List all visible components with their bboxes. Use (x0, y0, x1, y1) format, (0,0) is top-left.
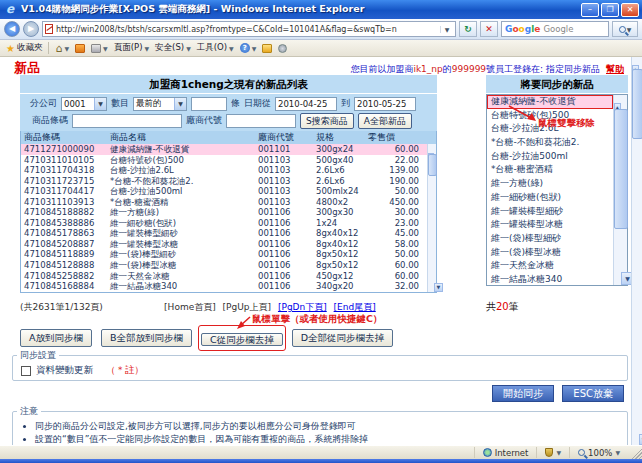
search-input[interactable]: Google Google (501, 21, 609, 37)
cell-spec: 340gx20 (313, 281, 365, 292)
browser-window: e V1.04購物網同步作業[X-POS 雲端商務網] - Windows In… (0, 0, 642, 463)
sync-list-item[interactable]: 台糖-沙拉油500ml (487, 150, 613, 164)
table-row[interactable]: 4710311704318 台糖-沙拉油2.6L 001103 2.6Lx6 1… (21, 165, 427, 176)
cell-barcode: 4710845388886 (21, 218, 107, 229)
url-box[interactable]: http://win2008/ts/btsh/scarsxmltl.asp?fr… (42, 21, 456, 37)
date-to-input[interactable]: 2010-05-25 (354, 97, 416, 111)
forward-button[interactable]: ▶ (23, 21, 39, 37)
stop-button[interactable]: ✕ (480, 21, 498, 37)
feeds-icon[interactable] (75, 44, 85, 53)
cancel-button[interactable]: ESC放棄 (562, 385, 624, 402)
protected-mode-pane[interactable]: ▼ (536, 447, 569, 458)
cell-spec: 450gx12 (313, 271, 365, 282)
cell-name: 維一天然金冰糖 (107, 271, 255, 282)
table-scrollbar[interactable]: ▲ ▼ (427, 144, 436, 292)
sync-list-scrollbar[interactable]: ▲ ▼ (613, 95, 627, 285)
product-table-header: 商品條碼 商品名稱 廠商代號 規格 零售價 (21, 131, 436, 144)
scrollbar-thumb[interactable] (614, 109, 628, 229)
branch-select[interactable]: 0001▼ (61, 97, 107, 111)
resize-grip[interactable] (630, 447, 642, 459)
table-row[interactable]: 4711271000090 健康減納鹽-不收退貨 001101 300gx24 … (21, 144, 427, 155)
close-button[interactable]: ✕ (621, 3, 639, 17)
add-to-sync-button[interactable]: A放到同步欄 (20, 329, 92, 347)
add-all-to-sync-button[interactable]: B全部放到同步欄 (101, 329, 192, 347)
table-row[interactable]: 4710845168884 維一結晶冰糖340 001106 340gx20 3… (21, 281, 427, 292)
barcode-input[interactable] (72, 114, 182, 128)
toolbar-icon-b[interactable] (278, 44, 287, 53)
search-go-button[interactable]: ▼ (612, 21, 638, 37)
search-products-button[interactable]: S搜索商品 (300, 113, 354, 129)
cell-barcode: 4710845178863 (21, 228, 107, 239)
refresh-icon: ↻ (464, 24, 472, 34)
remove-all-from-sync-button[interactable]: D全部從同步欄去掉 (292, 329, 393, 347)
toolbar-icon-a[interactable] (262, 44, 272, 53)
help-link[interactable]: 幫助 (606, 64, 624, 74)
count-select[interactable]: 最前的▼ (133, 97, 187, 111)
refresh-button[interactable]: ↻ (459, 21, 477, 37)
vendor-label: 廠商代號 (186, 114, 222, 127)
back-button[interactable]: ◀ (4, 21, 20, 37)
cell-vendor: 001103 (255, 155, 313, 166)
sync-list-item[interactable]: 維一方糖(綠) (487, 177, 613, 191)
page-scrollbar[interactable]: ▲ ▼ (631, 57, 642, 445)
minimize-button[interactable]: – (581, 3, 599, 17)
table-row[interactable]: 4710845128888 維一(袋)棒型冰糖 001106 8gx50x12 … (21, 260, 427, 271)
sync-list-item[interactable]: 維一結晶冰糖340 (487, 273, 613, 285)
sync-list-item[interactable]: 維一(袋)棒型冰糖 (487, 246, 613, 260)
cell-name: 台糖特號砂(包)500 (107, 155, 255, 166)
help-button[interactable]: ?▼ (240, 43, 257, 53)
sync-list-item[interactable]: 維一罐裝棒型細砂 (487, 205, 613, 219)
table-row[interactable]: 4710845118889 維一(袋)棒型細砂 001106 8gx50x12 … (21, 249, 427, 260)
all-products-button[interactable]: A全部新品 (358, 113, 412, 129)
home-button[interactable]: ⌂▼ (55, 44, 69, 53)
scroll-down-icon[interactable]: ▼ (639, 434, 642, 445)
sync-list-item[interactable]: *台糖-糖蜜酒精 (487, 163, 613, 177)
cell-name: 維一(袋)棒型冰糖 (107, 260, 255, 271)
sync-list-item[interactable]: 維一細砂糖(包狀) (487, 191, 613, 205)
sync-list-item[interactable]: *台糖-不飽和葵花油2. (487, 136, 613, 150)
table-row[interactable]: 4710311723715 *台糖-不飽和葵花油2. 001103 2.6Lx6… (21, 176, 427, 187)
date-from-input[interactable]: 2010-04-25 (275, 97, 337, 111)
scroll-down-icon[interactable]: ▼ (434, 283, 443, 292)
nav-pgup[interactable]: [PgUp上頁] (223, 302, 271, 312)
url-text[interactable]: http://win2008/ts/btsh/scarsxmltl.asp?fr… (56, 25, 437, 34)
print-button[interactable]: ▼ (91, 44, 108, 53)
filter-area: 分公司 0001▼ 數目 最前的▼ 條 日期從 2010-04-25 到 201… (20, 94, 437, 131)
table-row[interactable]: 4710845178863 維一罐裝棒型細砂 001106 8gx40x12 4… (21, 228, 427, 239)
nav-home[interactable]: [Home首頁] (164, 302, 216, 312)
maximize-button[interactable]: ❐ (601, 3, 619, 17)
cell-spec: 1x24 (313, 218, 365, 229)
menu-page[interactable]: 頁面(P)▼ (114, 42, 149, 54)
employee-number: 999999 (452, 64, 486, 74)
table-row[interactable]: 4710845258882 維一天然金冰糖 001106 450gx12 60.… (21, 271, 427, 282)
table-row[interactable]: 4710311103913 *台糖-糖蜜酒精 001103 4800x2 450… (21, 197, 427, 208)
menu-safety[interactable]: 安全(S)▼ (155, 42, 191, 54)
sync-count: 共20筆 (486, 300, 628, 314)
cell-price: 60.00 (365, 144, 427, 155)
table-row[interactable]: 4710311704417 台糖-沙拉油500ml 001103 500mlx2… (21, 186, 427, 197)
data-update-checkbox[interactable] (21, 366, 31, 376)
nav-end-link[interactable]: [End尾頁] (334, 302, 376, 312)
scrollbar-thumb[interactable] (428, 154, 437, 176)
sync-list-item[interactable]: 維一(袋)棒型細砂 (487, 232, 613, 246)
table-row[interactable]: 4710845388886 維一細砂糖(包狀) 001106 1x24 23.0… (21, 218, 427, 229)
nav-pgdn-link[interactable]: [PgDn下頁] (278, 302, 327, 312)
ie-logo-icon: e (3, 3, 17, 17)
scrollbar-thumb[interactable] (632, 69, 642, 139)
cell-barcode: 4710845258882 (21, 271, 107, 282)
favorites-button[interactable]: ★收藏夾 (6, 42, 42, 54)
menu-tools[interactable]: 工具(O)▼ (197, 42, 234, 54)
sync-list-item[interactable]: 維一罐裝棒型冰糖 (487, 218, 613, 232)
start-sync-button[interactable]: 開始同步 (492, 385, 554, 402)
cell-name: 維一結晶冰糖340 (107, 281, 255, 292)
sync-list-item[interactable]: 維一天然金冰糖 (487, 259, 613, 273)
cell-price: 60.00 (365, 260, 427, 271)
table-row[interactable]: 4710845188882 維一方糖(綠) 001106 300gx30 30.… (21, 207, 427, 218)
table-row[interactable]: 4710845208887 維一罐裝棒型冰糖 001106 8gx40x12 5… (21, 239, 427, 250)
table-row[interactable]: 4710311010105 台糖特號砂(包)500 001103 500gx40… (21, 155, 427, 166)
count-input[interactable] (191, 97, 227, 111)
vendor-input[interactable] (226, 114, 296, 128)
unit-label: 條 (231, 97, 240, 110)
chevron-down-icon[interactable]: ▼ (440, 26, 453, 33)
zoom-pane[interactable]: 100% ▼ (569, 447, 628, 458)
